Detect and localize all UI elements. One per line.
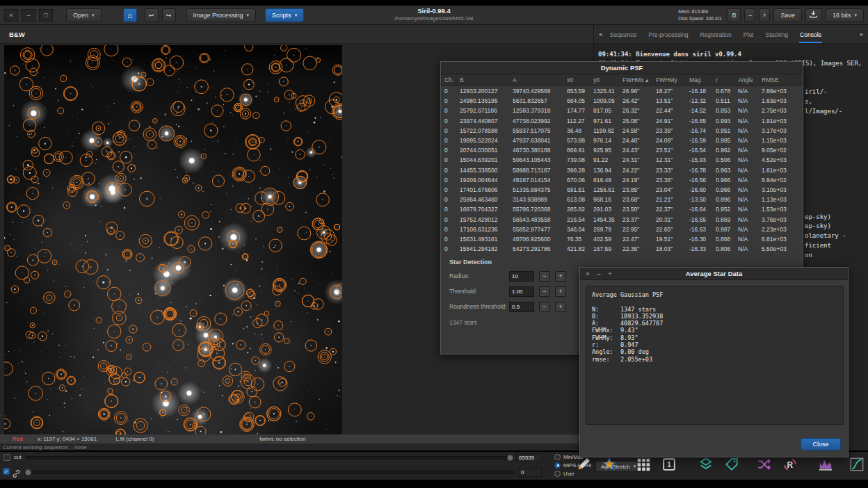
cut-checkbox[interactable]	[3, 454, 10, 461]
roundness-decrease-button[interactable]: −	[539, 302, 550, 312]
psf-column-header[interactable]: Mag	[689, 76, 716, 83]
psf-column-header[interactable]: Ch.	[444, 76, 460, 83]
redo-button[interactable]: ↪	[162, 8, 176, 22]
bottom-toolbar: 1 R	[575, 456, 865, 473]
image-processing-button[interactable]: Image Processing ▾	[186, 8, 257, 22]
scripts-label: Scripts	[272, 12, 291, 19]
threshold-input[interactable]	[509, 286, 534, 297]
tab-console[interactable]: Console	[799, 26, 822, 43]
open-button[interactable]: Open ▾	[66, 8, 102, 22]
psf-cell: 1.53e+03	[762, 206, 799, 213]
tab-bw[interactable]: B&W	[9, 31, 25, 38]
close-button[interactable]: Close	[801, 438, 841, 450]
tab-registration[interactable]: Registration	[699, 26, 732, 43]
psf-column-header[interactable]: x0	[567, 76, 593, 83]
psf-row[interactable]: 015044.63920150643.105443739.0891.2224.3…	[441, 155, 803, 165]
home-button[interactable]: ⌂	[123, 8, 137, 22]
window-close-button[interactable]: ×	[4, 9, 18, 22]
radius-decrease-button[interactable]: −	[539, 271, 550, 282]
psf-cell: N/A	[738, 226, 762, 233]
layers-icon[interactable]	[698, 456, 714, 473]
radius-increase-button[interactable]: +	[555, 271, 566, 282]
threshold-increase-button[interactable]: +	[555, 286, 566, 297]
radio-mips-lo-hi[interactable]	[554, 462, 561, 469]
zoom-in-button[interactable]: +	[759, 8, 770, 22]
disk-label: Disk Space: 336.4G	[678, 15, 721, 22]
link-checkbox[interactable]: ✓	[3, 468, 10, 475]
psf-row[interactable]: 015841.29418254273.291786421.82167.5922.…	[441, 244, 803, 254]
lo-value-input[interactable]	[518, 468, 542, 477]
psf-row[interactable]: 019895.52202447937.638041573.88976.1424.…	[441, 136, 803, 145]
curves-icon[interactable]	[849, 456, 865, 473]
plus-icon: +	[763, 12, 766, 19]
psf-cell: -16.33	[689, 245, 716, 252]
psf-column-header[interactable]: y0	[593, 76, 622, 83]
zoom-out-button[interactable]: −	[744, 8, 755, 22]
psf-row[interactable]: 025792.67118612583.379318174.77817.0526.…	[441, 106, 803, 115]
radio-user[interactable]	[554, 471, 561, 477]
hi-slider-thumb[interactable]	[507, 455, 513, 461]
grid-icon[interactable]	[635, 456, 652, 473]
tab-sequence[interactable]: Sequence	[609, 26, 637, 43]
psf-row[interactable]: 016879.70432755786.720368285.82291.0323.…	[441, 204, 803, 214]
psf-column-header[interactable]: RMSE	[762, 76, 799, 83]
psf-row[interactable]: 015752.42801256643.483558216.541454.3523…	[441, 214, 803, 224]
psf-row[interactable]: 025864.4634603143.938989613.08968.1623.6…	[441, 195, 803, 204]
scripts-button[interactable]: Scripts ▾	[265, 8, 304, 22]
radio-min-max[interactable]	[554, 454, 561, 460]
tag-icon[interactable]	[723, 456, 740, 473]
tabs-scroll-left-icon[interactable]: ◂	[597, 31, 604, 38]
psf-cell: N/A	[738, 107, 762, 114]
psf-cell: 17108.631236	[460, 226, 513, 233]
console-line: s,	[805, 98, 812, 105]
roundness-increase-button[interactable]: +	[555, 302, 566, 312]
psf-row[interactable]: 015722.07859855937.51707536.481199.8224.…	[441, 126, 803, 136]
hi-slider[interactable]	[25, 456, 513, 459]
psf-row[interactable]: 020744.03005146730.380188869.91925.9524.…	[441, 145, 803, 155]
psf-row[interactable]: 014455.33850058988.713187398.28136.9424.…	[441, 165, 803, 175]
window-maximize-button[interactable]: □	[39, 9, 53, 22]
psf-cell: 18.03"	[656, 245, 689, 252]
right-tab-bar: ◂ SequencePre-processingRegistrationPlot…	[594, 25, 868, 44]
frame-number-icon[interactable]: 1	[661, 456, 677, 473]
pencil-icon[interactable]	[575, 456, 592, 473]
starfield-canvas[interactable]	[4, 45, 342, 434]
psf-cell: 0	[444, 147, 460, 154]
tab-stacking[interactable]: Stacking	[764, 26, 789, 43]
psf-column-header[interactable]: A	[513, 76, 567, 83]
psf-cell: 0	[444, 177, 460, 184]
save-button[interactable]: Save	[773, 8, 802, 22]
lo-slider[interactable]	[25, 471, 515, 474]
lo-slider-thumb[interactable]	[25, 469, 31, 475]
radius-input[interactable]	[509, 271, 534, 282]
psf-row[interactable]: 019209.00464448187.014154670.06816.4924.…	[441, 175, 803, 185]
psf-row[interactable]: 023974.44080747738.023992112.27971.6125.…	[441, 116, 803, 126]
window-minimize-button[interactable]: –	[22, 9, 35, 22]
psf-cell: N/A	[738, 216, 762, 223]
psf-row[interactable]: 015631.49316148708.92560076.35402.5922.4…	[441, 234, 803, 244]
threshold-decrease-button[interactable]: −	[539, 286, 550, 297]
tabs-scroll-right-icon[interactable]: ▸	[858, 31, 865, 38]
histogram-icon[interactable]	[817, 456, 834, 473]
psf-column-header[interactable]: Angle	[738, 76, 762, 83]
channel-shuffle-icon[interactable]	[756, 456, 773, 473]
bit-depth-button[interactable]: 16 bits ▾	[826, 8, 864, 22]
tab-pre-processing[interactable]: Pre-processing	[648, 26, 689, 43]
psf-column-header[interactable]: B	[460, 76, 513, 83]
psf-row[interactable]: 017108.63123655852.977477346.04269.7922.…	[441, 225, 803, 234]
psf-row[interactable]: 012933.20012739740.429568853.591325.4126…	[441, 86, 803, 96]
hi-value-input[interactable]	[516, 453, 542, 462]
star-detection-label: Star Detection	[449, 259, 794, 266]
psf-column-header[interactable]: FWHMx ▴	[622, 76, 656, 83]
bw-display-button[interactable]: B	[727, 8, 741, 22]
roundness-input[interactable]	[509, 302, 534, 312]
psf-row[interactable]: 024980.1361955631.832657664.051009.0526.…	[441, 96, 803, 106]
photometry-star-icon[interactable]	[601, 456, 618, 473]
psf-column-header[interactable]: r	[716, 76, 738, 83]
tab-plot[interactable]: Plot	[743, 26, 755, 43]
psf-row[interactable]: 017401.67660651335.684375691.511256.6123…	[441, 185, 803, 195]
rgb-align-icon[interactable]: R	[782, 456, 798, 473]
psf-column-header[interactable]: FWHMy	[656, 76, 689, 83]
undo-button[interactable]: ↩	[145, 8, 159, 22]
save-as-button[interactable]	[805, 8, 822, 22]
